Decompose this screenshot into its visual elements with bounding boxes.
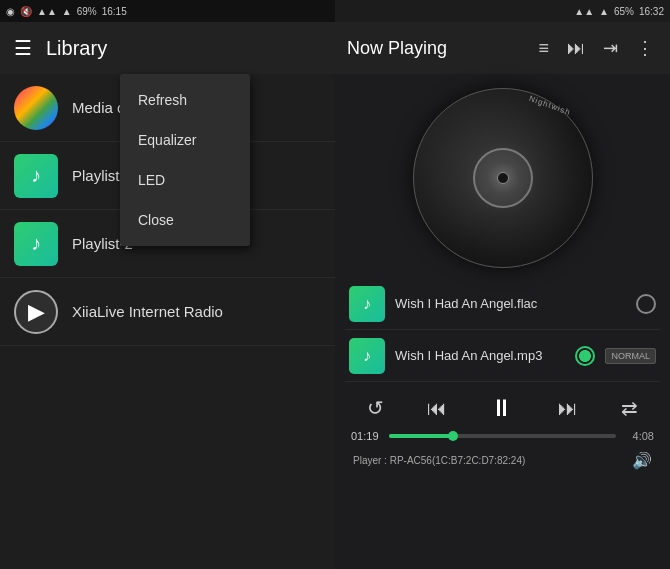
signal-icon-left: ▲▲ xyxy=(37,6,57,17)
progress-row: 01:19 4:08 xyxy=(345,426,660,446)
media-icon xyxy=(14,86,58,130)
time-current: 01:19 xyxy=(351,430,381,442)
progress-fill xyxy=(389,434,453,438)
android-icon: ◉ xyxy=(6,6,15,17)
track-name-1: Wish I Had An Angel.flac xyxy=(395,296,626,311)
menu-item-refresh[interactable]: Refresh xyxy=(120,80,250,120)
player-info-row: Player : RP-AC56(1C:B7:2C:D7:82:24) 🔊 xyxy=(345,446,660,475)
battery-left: 69% xyxy=(77,6,97,17)
left-panel: ☰ Library Refresh Equalizer LED Close Me… xyxy=(0,22,335,569)
now-playing-header: Now Playing ≡ ⏭ ⇥ ⋮ xyxy=(335,22,670,74)
hamburger-icon[interactable]: ☰ xyxy=(14,36,32,60)
time-right: 16:32 xyxy=(639,6,664,17)
prev-icon[interactable]: ⏮ xyxy=(427,397,447,420)
status-bar-left: ◉ 🔇 ▲▲ ▲ 69% 16:15 xyxy=(0,0,335,22)
cd-shine xyxy=(414,89,592,267)
menu-item-equalizer[interactable]: Equalizer xyxy=(120,120,250,160)
play-circle-icon: ▶ xyxy=(28,299,45,325)
note-icon-2: ♪ xyxy=(31,232,41,255)
battery-right: 65% xyxy=(614,6,634,17)
time-left: 16:15 xyxy=(102,6,127,17)
signal-icon-right: ▲▲ xyxy=(574,6,594,17)
more-vert-icon[interactable]: ⋮ xyxy=(632,33,658,63)
track-note-icon-2: ♪ xyxy=(363,347,371,365)
menu-item-led[interactable]: LED xyxy=(120,160,250,200)
volume-off-icon: 🔇 xyxy=(20,6,32,17)
dropdown-menu: Refresh Equalizer LED Close xyxy=(120,74,250,246)
track-name-2: Wish I Had An Angel.mp3 xyxy=(395,348,565,363)
track-icon-2: ♪ xyxy=(349,338,385,374)
note-icon-1: ♪ xyxy=(31,164,41,187)
status-bar: ◉ 🔇 ▲▲ ▲ 69% 16:15 ▲▲ ▲ 65% 16:32 xyxy=(0,0,670,22)
library-title: Library xyxy=(46,37,107,60)
time-total: 4:08 xyxy=(624,430,654,442)
progress-thumb xyxy=(448,431,458,441)
album-art-container: Nightwish xyxy=(335,74,670,278)
wifi-icon-right: ▲ xyxy=(599,6,609,17)
skip-next-icon[interactable]: ⏭ xyxy=(563,34,589,63)
library-item-radio[interactable]: ▶ XiiaLive Internet Radio xyxy=(0,278,335,346)
main-split: ☰ Library Refresh Equalizer LED Close Me… xyxy=(0,22,670,569)
volume-icon[interactable]: 🔊 xyxy=(632,451,652,470)
track-select-2[interactable] xyxy=(575,346,595,366)
radio-icon: ▶ xyxy=(14,290,58,334)
status-bar-right: ▲▲ ▲ 65% 16:32 xyxy=(335,0,670,22)
library-item-radio-label: XiiaLive Internet Radio xyxy=(72,303,223,320)
forward-icon[interactable]: ⇥ xyxy=(599,33,622,63)
pause-icon[interactable]: ⏸ xyxy=(490,394,514,422)
track-note-icon-1: ♪ xyxy=(363,295,371,313)
list-icon[interactable]: ≡ xyxy=(534,34,553,63)
menu-item-close[interactable]: Close xyxy=(120,200,250,240)
track-item-1[interactable]: ♪ Wish I Had An Angel.flac xyxy=(345,278,660,330)
player-controls: ↺ ⏮ ⏸ ⏭ ⇄ 01:19 4:08 Player : RP-AC56(1C… xyxy=(335,382,670,479)
now-playing-title: Now Playing xyxy=(347,38,524,59)
track-select-1[interactable] xyxy=(636,294,656,314)
normal-badge: NORMAL xyxy=(605,348,656,364)
track-icon-1: ♪ xyxy=(349,286,385,322)
next-icon[interactable]: ⏭ xyxy=(558,397,578,420)
track-item-2[interactable]: ♪ Wish I Had An Angel.mp3 NORMAL xyxy=(345,330,660,382)
playlist2-icon: ♪ xyxy=(14,222,58,266)
shuffle-icon[interactable]: ⇄ xyxy=(621,396,638,420)
wifi-icon-left: ▲ xyxy=(62,6,72,17)
track-list: ♪ Wish I Had An Angel.flac ♪ Wish I Had … xyxy=(335,278,670,382)
repeat-icon[interactable]: ↺ xyxy=(367,396,384,420)
player-info-text: Player : RP-AC56(1C:B7:2C:D7:82:24) xyxy=(353,455,525,466)
controls-row: ↺ ⏮ ⏸ ⏭ ⇄ xyxy=(345,390,660,426)
cd-disc: Nightwish xyxy=(413,88,593,268)
progress-bar[interactable] xyxy=(389,434,616,438)
library-header: ☰ Library xyxy=(0,22,335,74)
playlist1-icon: ♪ xyxy=(14,154,58,198)
right-panel: Now Playing ≡ ⏭ ⇥ ⋮ Nightwish ♪ Wish I H… xyxy=(335,22,670,569)
